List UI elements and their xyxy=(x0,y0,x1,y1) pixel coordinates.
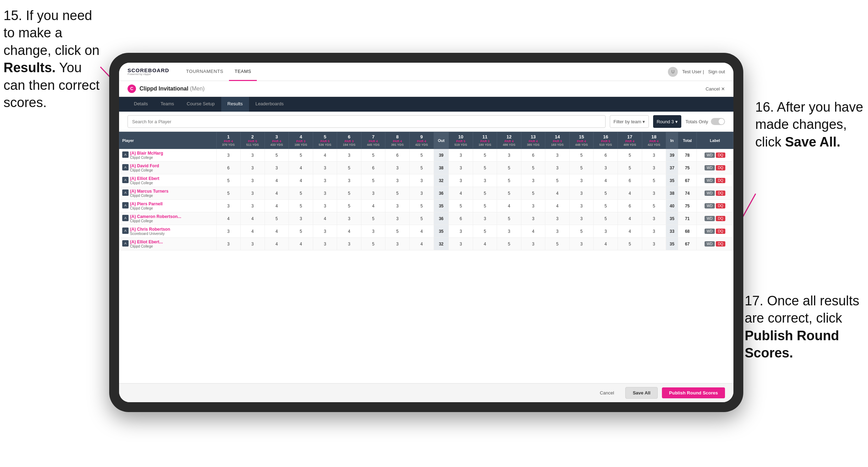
score-hole-13[interactable]: 3 xyxy=(521,200,545,212)
wd-button[interactable]: WD xyxy=(705,203,715,208)
score-hole-7[interactable]: 4 xyxy=(361,200,385,212)
dq-button[interactable]: DQ xyxy=(716,191,725,196)
score-hole-1[interactable]: 3 xyxy=(216,149,241,162)
score-hole-16[interactable]: 5 xyxy=(594,200,618,212)
score-hole-10[interactable]: 3 xyxy=(449,174,473,187)
score-hole-15[interactable]: 3 xyxy=(569,238,594,250)
score-hole-7[interactable]: 6 xyxy=(361,162,385,174)
score-hole-1[interactable]: 3 xyxy=(216,238,241,250)
score-hole-2[interactable]: 3 xyxy=(241,174,265,187)
score-hole-3[interactable]: 4 xyxy=(265,225,289,238)
score-hole-6[interactable]: 3 xyxy=(337,212,361,225)
score-hole-18[interactable]: 5 xyxy=(642,174,666,187)
save-all-button[interactable]: Save All xyxy=(625,387,658,399)
score-hole-1[interactable]: 3 xyxy=(216,200,241,212)
dq-button[interactable]: DQ xyxy=(716,178,725,183)
score-hole-17[interactable]: 6 xyxy=(618,174,642,187)
score-hole-11[interactable]: 5 xyxy=(473,162,497,174)
score-hole-6[interactable]: 5 xyxy=(337,187,361,200)
sign-out-link[interactable]: Sign out xyxy=(708,69,725,74)
score-hole-10[interactable]: 3 xyxy=(449,162,473,174)
cancel-button[interactable]: Cancel xyxy=(593,387,621,398)
nav-teams[interactable]: TEAMS xyxy=(229,63,257,81)
score-hole-4[interactable]: 3 xyxy=(289,212,313,225)
score-hole-9[interactable]: 5 xyxy=(409,200,434,212)
score-hole-4[interactable]: 4 xyxy=(289,238,313,250)
score-hole-6[interactable]: 5 xyxy=(337,162,361,174)
dq-button[interactable]: DQ xyxy=(716,241,725,247)
wd-button[interactable]: WD xyxy=(705,178,715,183)
score-hole-4[interactable]: 4 xyxy=(289,162,313,174)
score-hole-3[interactable]: 4 xyxy=(265,200,289,212)
score-hole-9[interactable]: 5 xyxy=(409,212,434,225)
score-hole-13[interactable]: 3 xyxy=(521,212,545,225)
score-hole-5[interactable]: 4 xyxy=(313,212,337,225)
score-hole-7[interactable]: 3 xyxy=(361,187,385,200)
tab-course-setup[interactable]: Course Setup xyxy=(180,97,221,112)
score-hole-2[interactable]: 3 xyxy=(241,162,265,174)
score-hole-14[interactable]: 3 xyxy=(545,225,570,238)
score-hole-5[interactable]: 3 xyxy=(313,187,337,200)
score-hole-18[interactable]: 3 xyxy=(642,225,666,238)
score-hole-15[interactable]: 3 xyxy=(569,200,594,212)
score-hole-11[interactable]: 5 xyxy=(473,225,497,238)
score-hole-4[interactable]: 5 xyxy=(289,225,313,238)
score-hole-9[interactable]: 3 xyxy=(409,174,434,187)
score-hole-5[interactable]: 3 xyxy=(313,174,337,187)
score-hole-10[interactable]: 3 xyxy=(449,238,473,250)
cancel-tournament[interactable]: Cancel ✕ xyxy=(706,86,725,92)
score-hole-2[interactable]: 4 xyxy=(241,212,265,225)
filter-team-dropdown[interactable]: Filter by team ▾ xyxy=(610,115,649,128)
toggle-switch[interactable] xyxy=(711,118,725,125)
round-dropdown[interactable]: Round 3 ▾ xyxy=(653,115,681,128)
score-hole-18[interactable]: 3 xyxy=(642,212,666,225)
score-hole-5[interactable]: 3 xyxy=(313,162,337,174)
score-hole-15[interactable]: 3 xyxy=(569,174,594,187)
score-hole-8[interactable]: 3 xyxy=(385,174,410,187)
score-hole-16[interactable]: 6 xyxy=(594,149,618,162)
score-hole-13[interactable]: 3 xyxy=(521,174,545,187)
score-hole-10[interactable]: 3 xyxy=(449,149,473,162)
score-hole-12[interactable]: 3 xyxy=(497,225,521,238)
tab-teams[interactable]: Teams xyxy=(154,97,180,112)
score-hole-12[interactable]: 4 xyxy=(497,200,521,212)
score-hole-1[interactable]: 3 xyxy=(216,225,241,238)
score-hole-7[interactable]: 5 xyxy=(361,238,385,250)
score-hole-14[interactable]: 4 xyxy=(545,187,570,200)
score-hole-15[interactable]: 5 xyxy=(569,225,594,238)
score-hole-18[interactable]: 5 xyxy=(642,200,666,212)
score-hole-15[interactable]: 5 xyxy=(569,149,594,162)
score-hole-10[interactable]: 4 xyxy=(449,187,473,200)
wd-button[interactable]: WD xyxy=(705,191,715,196)
score-hole-8[interactable]: 3 xyxy=(385,212,410,225)
score-hole-3[interactable]: 4 xyxy=(265,238,289,250)
score-hole-5[interactable]: 3 xyxy=(313,238,337,250)
score-hole-15[interactable]: 5 xyxy=(569,162,594,174)
score-hole-2[interactable]: 3 xyxy=(241,238,265,250)
scores-table-container[interactable]: Player 1PAR 4370 YDS 2PAR 5511 YDS 3PAR … xyxy=(119,132,733,383)
wd-button[interactable]: WD xyxy=(705,216,715,221)
score-hole-9[interactable]: 5 xyxy=(409,162,434,174)
score-hole-16[interactable]: 5 xyxy=(594,212,618,225)
score-hole-2[interactable]: 3 xyxy=(241,149,265,162)
score-hole-11[interactable]: 4 xyxy=(473,238,497,250)
score-hole-6[interactable]: 3 xyxy=(337,238,361,250)
score-hole-16[interactable]: 4 xyxy=(594,238,618,250)
score-hole-8[interactable]: 5 xyxy=(385,225,410,238)
score-hole-3[interactable]: 4 xyxy=(265,174,289,187)
score-hole-18[interactable]: 3 xyxy=(642,149,666,162)
score-hole-11[interactable]: 3 xyxy=(473,174,497,187)
score-hole-16[interactable]: 4 xyxy=(594,174,618,187)
score-hole-4[interactable]: 5 xyxy=(289,200,313,212)
score-hole-17[interactable]: 4 xyxy=(618,212,642,225)
score-hole-4[interactable]: 5 xyxy=(289,187,313,200)
dq-button[interactable]: DQ xyxy=(716,229,725,234)
score-hole-9[interactable]: 3 xyxy=(409,187,434,200)
score-hole-1[interactable]: 5 xyxy=(216,174,241,187)
score-hole-2[interactable]: 4 xyxy=(241,225,265,238)
score-hole-11[interactable]: 5 xyxy=(473,187,497,200)
score-hole-13[interactable]: 6 xyxy=(521,149,545,162)
score-hole-9[interactable]: 4 xyxy=(409,225,434,238)
search-input[interactable] xyxy=(128,115,606,128)
score-hole-18[interactable]: 3 xyxy=(642,162,666,174)
